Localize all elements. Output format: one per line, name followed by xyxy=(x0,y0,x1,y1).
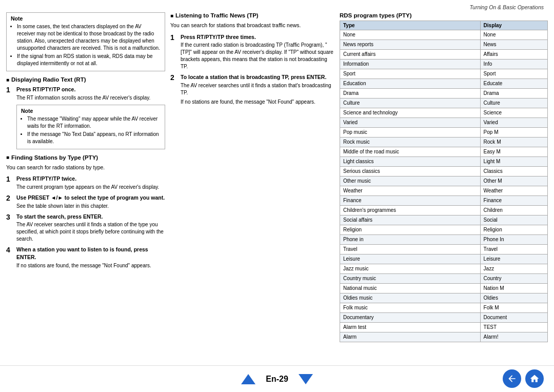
tp-step-2: 2 To locate a station that is broadcasti… xyxy=(170,73,334,106)
rds-display-cell: Science xyxy=(480,108,547,118)
home-button[interactable] xyxy=(525,369,544,388)
rds-display-cell: Weather xyxy=(480,186,547,196)
table-row: Pop musicPop M xyxy=(340,128,548,138)
pty-step-2-title: Use PRESET ◄/► to select the type of pro… xyxy=(16,194,165,202)
page-number: En-29 xyxy=(266,375,288,384)
rds-type-cell: Information xyxy=(340,60,481,69)
rds-col-type: Type xyxy=(340,21,481,30)
rt-note-item-1: The message "Waiting" may appear while t… xyxy=(27,115,161,130)
next-page-arrow[interactable] xyxy=(299,374,313,384)
rds-display-cell: Info xyxy=(480,60,547,69)
rds-type-cell: Finance xyxy=(340,196,481,206)
tp-step-1-title: Press RT/PTY/TP three times. xyxy=(181,33,334,41)
table-row: Middle of the road musicEasy M xyxy=(340,147,548,157)
rds-type-cell: Rock music xyxy=(340,138,481,147)
table-row: DocumentaryDocument xyxy=(340,313,548,323)
section-tp-header: Listening to Traffic News (TP) xyxy=(170,12,334,18)
rds-type-cell: Phone in xyxy=(340,235,481,245)
section-rt-header: Displaying Radio Text (RT) xyxy=(6,76,165,83)
table-row: Country musicCountry xyxy=(340,274,548,284)
rds-display-cell: Sport xyxy=(480,69,547,79)
tp-intro: You can search for stations that broadca… xyxy=(170,22,334,29)
table-row: InformationInfo xyxy=(340,60,548,69)
pty-step-1-content: Press RT/PTY/TP twice. The current progr… xyxy=(16,175,165,191)
middle-column: Listening to Traffic News (TP) You can s… xyxy=(170,12,334,363)
table-row: Serious classicsClassics xyxy=(340,167,548,177)
pty-step-4-title: When a station you want to listen to is … xyxy=(16,246,165,261)
rds-display-cell: Finance xyxy=(480,196,547,206)
rds-display-cell: Religion xyxy=(480,225,547,235)
section-pty-header: Finding Stations by Type (PTY) xyxy=(6,154,165,161)
prev-page-arrow[interactable] xyxy=(241,374,255,384)
pty-step-3-title: To start the search, press ENTER. xyxy=(16,213,165,221)
table-row: Current affairsAffairs xyxy=(340,50,548,60)
pty-step-3-body: The AV receiver searches until it finds … xyxy=(16,221,165,243)
rds-type-cell: Sport xyxy=(340,69,481,79)
rds-type-cell: Varied xyxy=(340,118,481,128)
rds-type-cell: Alarm test xyxy=(340,323,481,332)
header-title: Turning On & Basic Operations xyxy=(469,4,544,10)
pty-step-2-content: Use PRESET ◄/► to select the type of pro… xyxy=(16,194,165,210)
back-button[interactable] xyxy=(503,369,521,388)
table-row: ReligionReligion xyxy=(340,225,548,235)
pty-step-3: 3 To start the search, press ENTER. The … xyxy=(6,213,165,243)
rds-type-cell: Education xyxy=(340,79,481,89)
table-row: Oldies musicOldies xyxy=(340,293,548,303)
table-row: Science and technologyScience xyxy=(340,108,548,118)
pty-step-4-body: If no stations are found, the message "N… xyxy=(16,262,165,269)
rds-type-cell: Weather xyxy=(340,186,481,196)
rds-type-cell: Children's programmes xyxy=(340,206,481,215)
table-row: DramaDrama xyxy=(340,89,548,99)
rds-type-cell: Jazz music xyxy=(340,264,481,274)
table-row: CultureCulture xyxy=(340,99,548,108)
table-row: Other musicOther M xyxy=(340,177,548,186)
pty-step-4-content: When a station you want to listen to is … xyxy=(16,246,165,269)
note-box-1-item-1: In some cases, the text characters displ… xyxy=(17,23,161,52)
pty-step-4-num: 4 xyxy=(6,246,13,269)
rds-type-cell: Folk music xyxy=(340,303,481,313)
rds-type-cell: Religion xyxy=(340,225,481,235)
rds-type-cell: Social affairs xyxy=(340,215,481,225)
table-row: NoneNone xyxy=(340,30,548,40)
pty-step-4: 4 When a station you want to listen to i… xyxy=(6,246,165,269)
tp-step-1-num: 1 xyxy=(170,33,177,71)
rt-step-1-body: The RT information scrolls across the AV… xyxy=(16,94,165,102)
rds-display-cell: Easy M xyxy=(480,147,547,157)
tp-step-2-content: To locate a station that is broadcasting… xyxy=(181,73,334,106)
rds-col-display: Display xyxy=(480,21,547,30)
rds-display-cell: News xyxy=(480,40,547,50)
page-footer: En-29 xyxy=(0,365,554,392)
rds-type-cell: Alarm xyxy=(340,332,481,342)
rds-type-cell: National music xyxy=(340,284,481,293)
rds-type-cell: Current affairs xyxy=(340,50,481,60)
rds-display-cell: Pop M xyxy=(480,128,547,138)
rds-display-cell: Drama xyxy=(480,89,547,99)
home-icon xyxy=(529,374,540,384)
rds-type-cell: News reports xyxy=(340,40,481,50)
right-column: RDS program types (PTY) Type Display Non… xyxy=(340,12,548,363)
table-row: Folk musicFolk M xyxy=(340,303,548,313)
pty-step-3-num: 3 xyxy=(6,213,13,243)
tp-step-1: 1 Press RT/PTY/TP three times. If the cu… xyxy=(170,33,334,71)
pty-step-2-body: See the table shown later in this chapte… xyxy=(16,203,165,210)
table-row: Rock musicRock M xyxy=(340,138,548,147)
footer-nav: En-29 xyxy=(241,374,313,384)
table-row: Phone inPhone In xyxy=(340,235,548,245)
pty-step-1-title: Press RT/PTY/TP twice. xyxy=(16,175,165,183)
rds-type-cell: None xyxy=(340,30,481,40)
table-row: FinanceFinance xyxy=(340,196,548,206)
tp-step-2-body1: The AV receiver searches until it finds … xyxy=(181,82,334,96)
rt-step-1-content: Press RT/PTY/TP once. The RT information… xyxy=(16,86,165,102)
rt-note-title: Note xyxy=(21,108,161,114)
note-box-1-item-2: If the signal from an RDS station is wea… xyxy=(17,53,161,67)
page-header: Turning On & Basic Operations xyxy=(0,0,554,12)
table-row: Alarm testTEST xyxy=(340,323,548,332)
rds-type-cell: Science and technology xyxy=(340,108,481,118)
table-row: Light classicsLight M xyxy=(340,157,548,167)
table-row: Children's programmesChildren xyxy=(340,206,548,215)
rds-display-cell: Travel xyxy=(480,245,547,254)
rds-table: Type Display NoneNoneNews reportsNewsCur… xyxy=(340,21,548,342)
rds-display-cell: Phone In xyxy=(480,235,547,245)
table-row: National musicNation M xyxy=(340,284,548,293)
table-row: EducationEducate xyxy=(340,79,548,89)
